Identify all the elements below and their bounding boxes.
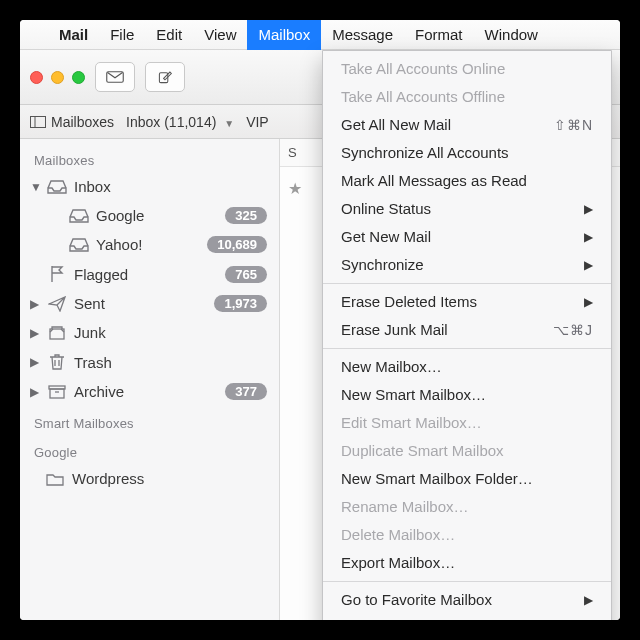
unread-badge: 10,689 [207,236,267,253]
unread-badge: 377 [225,383,267,400]
menubar: Mail File Edit View Mailbox Message Form… [20,20,620,50]
menu-item-label: Get All New Mail [341,114,554,136]
sidebar-item-archive[interactable]: ▶ Archive 377 [20,377,279,406]
menubar-item-file[interactable]: File [99,20,145,50]
svg-rect-8 [49,386,65,389]
favorites-mailboxes-label: Mailboxes [51,114,114,130]
sidebar-item-inbox[interactable]: ▼ Inbox [20,172,279,201]
favorites-inbox-count: 11,014 [169,114,212,130]
unread-badge: 765 [225,266,267,283]
sent-icon [46,296,68,312]
unread-badge: 1,973 [214,295,267,312]
sidebar-item-label: Yahoo! [96,236,201,253]
menu-item[interactable]: Erase Deleted Items▶ [323,288,611,316]
menu-item-label: Duplicate Smart Mailbox [341,440,593,462]
menu-item-label: Go to Favorite Mailbox [341,589,578,611]
menubar-item-window[interactable]: Window [474,20,549,50]
sidebar-item-google[interactable]: Google 325 [20,201,279,230]
sidebar: Mailboxes ▼ Inbox Google 325 [20,139,280,620]
sidebar-item-label: Junk [74,324,267,341]
submenu-chevron-icon: ▶ [584,254,593,276]
submenu-chevron-icon: ▶ [584,617,593,626]
folder-icon [44,472,66,486]
favorites-inbox[interactable]: Inbox (11,014) ▼ [126,114,234,130]
favorites-inbox-label: Inbox [126,114,160,130]
disclosure-triangle-icon[interactable]: ▶ [30,297,40,311]
menu-item-label: Mark All Messages as Read [341,170,593,192]
menu-item[interactable]: New Smart Mailbox Folder… [323,465,611,493]
menu-item[interactable]: Get New Mail▶ [323,223,611,251]
favorites-vip[interactable]: VIP [246,114,269,130]
menu-item[interactable]: Get All New Mail⇧⌘N [323,111,611,139]
disclosure-triangle-icon[interactable]: ▶ [30,326,40,340]
compose-button[interactable] [145,62,185,92]
sidebar-item-label: Google [96,207,219,224]
sidebar-item-sent[interactable]: ▶ Sent 1,973 [20,289,279,318]
menu-item[interactable]: New Smart Mailbox… [323,381,611,409]
submenu-chevron-icon: ▶ [584,198,593,220]
sidebar-item-wordpress[interactable]: Wordpress [20,464,279,493]
disclosure-triangle-icon[interactable]: ▼ [30,180,40,194]
menu-item-label: Rename Mailbox… [341,496,593,518]
close-window-button[interactable] [30,71,43,84]
menu-item[interactable]: Synchronize All Accounts [323,139,611,167]
submenu-chevron-icon: ▶ [584,589,593,611]
sidebar-section-google: Google [20,435,279,464]
menu-shortcut: ⌥⌘J [553,319,593,341]
menu-item: Edit Smart Mailbox… [323,409,611,437]
favorites-mailboxes[interactable]: Mailboxes [30,114,114,130]
sidebar-item-label: Flagged [74,266,219,283]
unread-badge: 325 [225,207,267,224]
menu-item-label: Move to Favorite Mailbox [341,617,578,626]
sidebar-item-junk[interactable]: ▶ Junk [20,318,279,347]
sidebar-item-trash[interactable]: ▶ Trash [20,347,279,377]
menubar-item-mailbox[interactable]: Mailbox [247,20,321,50]
menu-item-label: Get New Mail [341,226,578,248]
menu-item-label: Synchronize [341,254,578,276]
junk-icon [46,325,68,341]
menu-item[interactable]: Mark All Messages as Read [323,167,611,195]
traffic-lights [30,71,85,84]
menu-item-label: New Smart Mailbox… [341,384,593,406]
sidebar-item-label: Sent [74,295,208,312]
menu-item: Duplicate Smart Mailbox [323,437,611,465]
disclosure-triangle-icon[interactable]: ▶ [30,355,40,369]
menubar-item-view[interactable]: View [193,20,247,50]
menu-item[interactable]: Online Status▶ [323,195,611,223]
menu-item-label: Erase Junk Mail [341,319,553,341]
menubar-item-edit[interactable]: Edit [145,20,193,50]
menu-item-label: New Smart Mailbox Folder… [341,468,593,490]
menu-shortcut: ⇧⌘N [554,114,593,136]
menu-item[interactable]: Export Mailbox… [323,549,611,577]
menubar-item-app[interactable]: Mail [48,20,99,50]
menubar-item-message[interactable]: Message [321,20,404,50]
mailbox-menu-dropdown: Take All Accounts OnlineTake All Account… [322,50,612,626]
get-mail-button[interactable] [95,62,135,92]
svg-rect-7 [50,389,64,398]
menu-item[interactable]: Synchronize▶ [323,251,611,279]
menu-item-label: Online Status [341,198,578,220]
sidebar-item-label: Inbox [74,178,267,195]
flag-icon [46,265,68,283]
menu-item-label: New Mailbox… [341,356,593,378]
menu-item-label: Take All Accounts Online [341,58,593,80]
minimize-window-button[interactable] [51,71,64,84]
menu-item-label: Edit Smart Mailbox… [341,412,593,434]
menubar-item-format[interactable]: Format [404,20,474,50]
menu-item[interactable]: Move to Favorite Mailbox▶ [323,614,611,626]
menu-item[interactable]: New Mailbox… [323,353,611,381]
sidebar-item-flagged[interactable]: Flagged 765 [20,259,279,289]
menu-item[interactable]: Go to Favorite Mailbox▶ [323,586,611,614]
sidebar-columns-icon [30,116,46,128]
sidebar-item-yahoo[interactable]: Yahoo! 10,689 [20,230,279,259]
menu-item-label: Take All Accounts Offline [341,86,593,108]
menu-item-label: Delete Mailbox… [341,524,593,546]
inbox-icon [68,238,90,252]
menu-item: Rename Mailbox… [323,493,611,521]
sidebar-section-mailboxes: Mailboxes [20,143,279,172]
menu-item[interactable]: Erase Junk Mail⌥⌘J [323,316,611,344]
svg-rect-4 [31,116,46,127]
zoom-window-button[interactable] [72,71,85,84]
disclosure-triangle-icon[interactable]: ▶ [30,385,40,399]
trash-icon [46,353,68,371]
